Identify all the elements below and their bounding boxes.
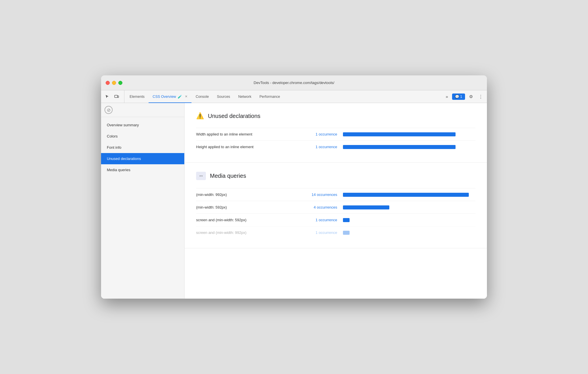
sidebar-item-fontinfo-label: Font info: [107, 145, 122, 150]
tab-sources[interactable]: Sources: [213, 91, 234, 103]
occurrence-link-width[interactable]: 1 occurrence: [300, 132, 337, 136]
sidebar-nav: Overview summary Colors Font info Unused…: [101, 117, 184, 178]
bar-container-992: [343, 193, 475, 197]
declaration-label-width: Width applied to an inline element: [196, 132, 294, 136]
unused-declarations-header: ⚠️ Unused declarations: [196, 112, 475, 120]
tab-css-overview-label: CSS Overview: [153, 95, 176, 99]
sidebar-item-colors[interactable]: Colors: [101, 131, 184, 142]
sidebar-item-unused-label: Unused declarations: [107, 157, 141, 161]
toolbar-icon-group: [103, 90, 124, 103]
more-options-icon[interactable]: ⋮: [477, 93, 485, 100]
bar-592: [343, 205, 389, 209]
beaker-icon: 🧪: [178, 95, 182, 99]
bar-container-height: [343, 145, 475, 149]
maximize-button[interactable]: [118, 81, 122, 85]
sidebar-item-mediaqueries[interactable]: Media queries: [101, 164, 184, 175]
main-content: ⊘ Overview summary Colors Font info Unus…: [101, 103, 487, 299]
chat-button[interactable]: 💬 1: [452, 94, 465, 100]
traffic-lights: [106, 81, 122, 85]
tab-console-label: Console: [196, 95, 209, 99]
media-occurrence-992[interactable]: 14 occurrences: [300, 192, 337, 197]
media-label-screen-592: screen and (min-width: 592px): [196, 218, 294, 222]
cursor-icon[interactable]: [103, 93, 111, 101]
settings-icon[interactable]: ⚙: [467, 93, 475, 100]
tab-console[interactable]: Console: [191, 91, 213, 103]
bar-width: [343, 132, 456, 136]
devtools-window: DevTools - developer.chrome.com/tags/dev…: [101, 75, 487, 299]
sidebar-item-overview-label: Overview summary: [107, 123, 139, 127]
media-row-screen-592: screen and (min-width: 592px) 1 occurren…: [196, 213, 475, 226]
sidebar: ⊘ Overview summary Colors Font info Unus…: [101, 103, 185, 299]
close-button[interactable]: [106, 81, 110, 85]
more-tabs-button[interactable]: »: [444, 93, 450, 100]
tab-elements-label: Elements: [130, 95, 145, 99]
declaration-label-height: Height applied to an inline element: [196, 145, 294, 149]
sidebar-top: ⊘: [101, 103, 184, 117]
sidebar-item-overview[interactable]: Overview summary: [101, 119, 184, 131]
tab-performance-label: Performance: [259, 95, 280, 99]
unused-declarations-title: Unused declarations: [208, 113, 260, 119]
tab-sources-label: Sources: [217, 95, 230, 99]
block-icon: ⊘: [105, 106, 113, 114]
bar-screen-592: [343, 218, 350, 222]
media-occurrence-592[interactable]: 4 occurrences: [300, 205, 337, 209]
media-queries-icon: ↔: [196, 172, 206, 180]
bar-container-width: [343, 132, 475, 136]
device-toolbar-icon[interactable]: [113, 93, 121, 101]
bar-container-screen-992: [343, 231, 475, 235]
bar-height: [343, 145, 456, 149]
bar-screen-992: [343, 231, 350, 235]
media-queries-header: ↔ Media queries: [196, 172, 475, 180]
tab-network[interactable]: Network: [234, 91, 255, 103]
media-occurrence-screen-992[interactable]: 1 occurrence: [300, 230, 337, 235]
tab-elements[interactable]: Elements: [126, 91, 149, 103]
tab-close-icon[interactable]: ✕: [185, 95, 187, 98]
tabs: Elements CSS Overview 🧪 ✕ Console Source…: [126, 90, 442, 103]
bar-992: [343, 193, 469, 197]
sidebar-item-mediaqueries-label: Media queries: [107, 168, 130, 172]
window-title: DevTools - developer.chrome.com/tags/dev…: [254, 81, 334, 85]
arrows-icon: ↔: [196, 172, 206, 180]
media-row-992: (min-width: 992px) 14 occurrences: [196, 188, 475, 201]
media-label-992: (min-width: 992px): [196, 192, 294, 197]
content-panel: ⚠️ Unused declarations Width applied to …: [185, 103, 487, 299]
minimize-button[interactable]: [112, 81, 116, 85]
media-row-screen-992: screen and (min-width: 992px) 1 occurren…: [196, 226, 475, 239]
media-occurrence-screen-592[interactable]: 1 occurrence: [300, 218, 337, 222]
media-label-592: (min-width: 592px): [196, 205, 294, 209]
sidebar-item-colors-label: Colors: [107, 134, 118, 138]
tab-network-label: Network: [238, 95, 251, 99]
titlebar: DevTools - developer.chrome.com/tags/dev…: [101, 75, 487, 90]
bar-container-592: [343, 205, 475, 209]
tab-performance[interactable]: Performance: [255, 91, 284, 103]
unused-declarations-section: ⚠️ Unused declarations Width applied to …: [185, 103, 487, 163]
toolbar-right: » 💬 1 ⚙ ⋮: [442, 90, 485, 103]
sidebar-item-unused[interactable]: Unused declarations: [101, 153, 184, 164]
media-queries-section: ↔ Media queries (min-width: 992px) 14 oc…: [185, 163, 487, 248]
toolbar: Elements CSS Overview 🧪 ✕ Console Source…: [101, 90, 487, 103]
warning-icon: ⚠️: [196, 112, 204, 120]
media-queries-title: Media queries: [210, 173, 246, 179]
svg-rect-1: [117, 96, 119, 98]
tab-css-overview[interactable]: CSS Overview 🧪 ✕: [149, 91, 191, 103]
occurrence-link-height[interactable]: 1 occurrence: [300, 145, 337, 149]
sidebar-item-fontinfo[interactable]: Font info: [101, 142, 184, 153]
bar-container-screen-592: [343, 218, 475, 222]
declaration-row-width: Width applied to an inline element 1 occ…: [196, 128, 475, 140]
declaration-row-height: Height applied to an inline element 1 oc…: [196, 140, 475, 153]
media-row-592: (min-width: 592px) 4 occurrences: [196, 201, 475, 213]
svg-rect-0: [115, 95, 117, 98]
media-label-screen-992: screen and (min-width: 992px): [196, 230, 294, 235]
